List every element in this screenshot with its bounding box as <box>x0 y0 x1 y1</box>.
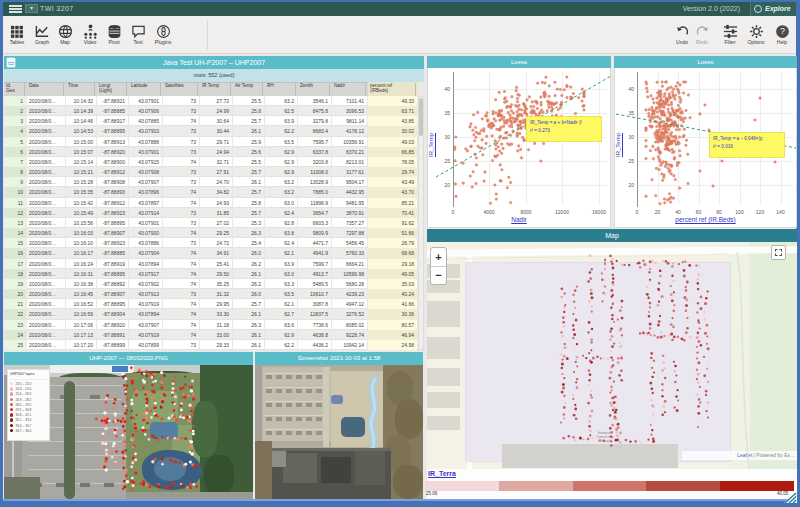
svg-text:?: ? <box>780 26 785 36</box>
